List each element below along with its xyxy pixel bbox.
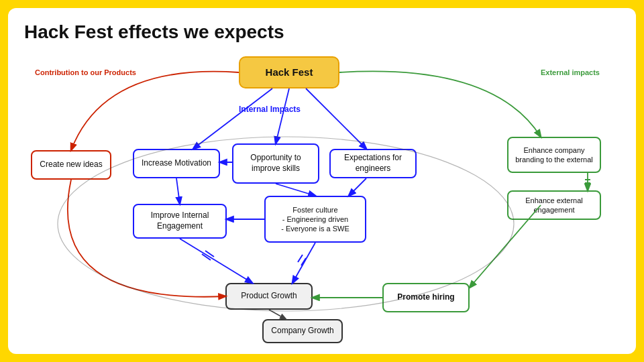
svg-line-12: [205, 251, 214, 257]
svg-line-7: [349, 178, 366, 196]
svg-line-6: [276, 184, 315, 196]
svg-line-13: [292, 243, 315, 283]
diagram-svg: [24, 50, 620, 338]
svg-line-20: [470, 205, 541, 288]
svg-point-22: [58, 137, 514, 311]
main-card: Hack Fest effects we expects Contributio…: [8, 8, 636, 354]
page-title: Hack Fest effects we expects: [24, 21, 620, 43]
svg-line-3: [193, 88, 272, 149]
svg-line-4: [306, 88, 366, 149]
svg-line-15: [298, 255, 303, 262]
svg-line-2: [276, 88, 289, 143]
svg-line-10: [180, 239, 252, 283]
svg-line-8: [176, 178, 180, 204]
diagram-area: Contribution to our Products External im…: [24, 50, 620, 338]
